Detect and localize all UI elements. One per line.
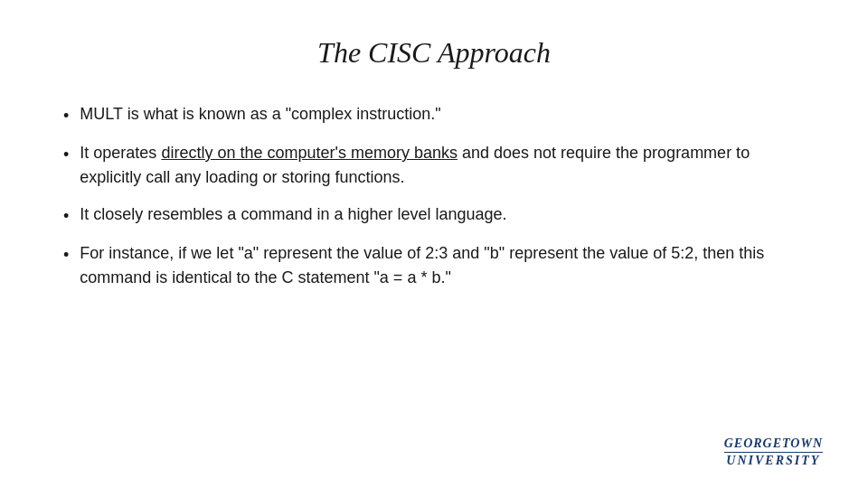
logo-line-2: UNIVERSITY — [726, 454, 820, 468]
slide-title: The CISC Approach — [63, 36, 805, 70]
bullet-dot-3: • — [63, 204, 69, 229]
bullet-item-1: • MULT is what is known as a "complex in… — [63, 102, 805, 128]
bullet-dot-1: • — [63, 104, 69, 128]
university-logo: GEORGETOWN UNIVERSITY — [724, 436, 823, 468]
bullet-item-2: • It operates directly on the computer's… — [63, 141, 805, 190]
slide: The CISC Approach • MULT is what is know… — [0, 0, 868, 488]
underlined-text-2: directly on the computer's memory banks — [161, 144, 458, 162]
bullet-dot-2: • — [63, 143, 69, 167]
bullet-text-3: It closely resembles a command in a high… — [80, 202, 805, 227]
bullet-item-3: • It closely resembles a command in a hi… — [63, 202, 805, 229]
bullet-item-4: • For instance, if we let "a" represent … — [63, 241, 805, 290]
bullet-text-2: It operates directly on the computer's m… — [80, 141, 805, 190]
logo-divider — [724, 452, 823, 453]
bullet-text-1: MULT is what is known as a "complex inst… — [80, 102, 805, 127]
bullet-dot-4: • — [63, 243, 69, 267]
bullet-text-4: For instance, if we let "a" represent th… — [80, 241, 805, 290]
logo-line-1: GEORGETOWN — [724, 436, 823, 451]
bullet-list: • MULT is what is known as a "complex in… — [63, 102, 805, 452]
